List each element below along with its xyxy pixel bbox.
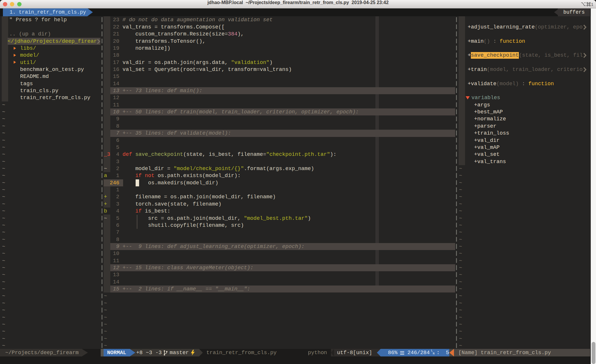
svg-text:1: 1 <box>591 2 593 6</box>
